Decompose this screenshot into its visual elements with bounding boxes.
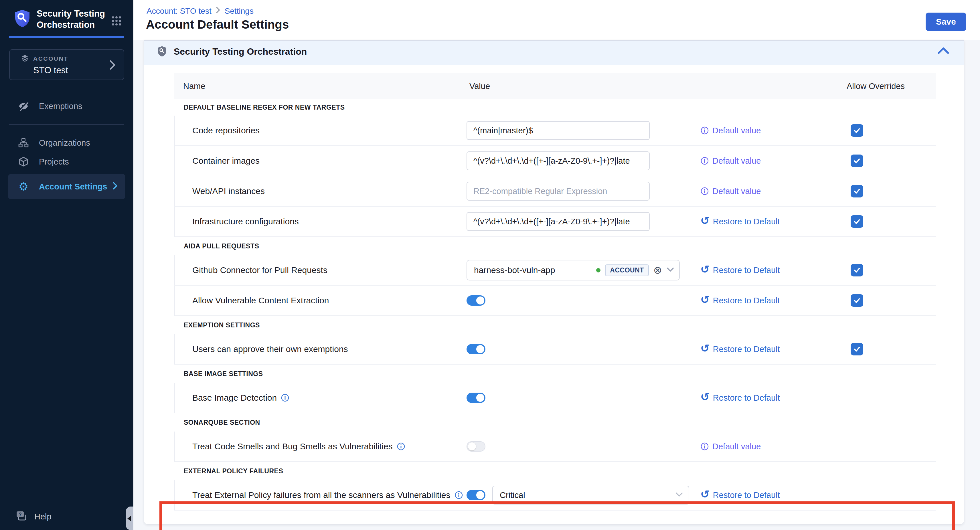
- github-connector-field[interactable]: harness-bot-vuln-app ACCOUNT ⊗: [466, 260, 680, 280]
- gear-icon: ⚙: [17, 181, 30, 192]
- link-label: Restore to Default: [713, 296, 780, 306]
- save-button[interactable]: Save: [926, 13, 966, 31]
- connector-scope-tag: ACCOUNT: [605, 264, 649, 276]
- breadcrumb-settings-link[interactable]: Settings: [225, 6, 254, 16]
- main-content: Account: STO test Settings Account Defau…: [134, 0, 980, 530]
- sidebar-item-projects[interactable]: Projects: [0, 152, 134, 171]
- base-image-detection-toggle[interactable]: [466, 393, 485, 403]
- chevron-up-icon[interactable]: [938, 47, 949, 56]
- column-header-value: Value: [466, 81, 700, 91]
- account-scope-label: ACCOUNT: [33, 55, 68, 62]
- section-label-base-image-settings: BASE IMAGE SETTINGS: [174, 364, 936, 383]
- allow-overrides-checkbox[interactable]: [851, 264, 863, 277]
- chevron-right-icon: [112, 181, 118, 192]
- restore-to-default-link[interactable]: ↺ Restore to Default: [700, 295, 847, 306]
- vulnerable-content-extraction-toggle[interactable]: [466, 295, 485, 306]
- breadcrumb-account-link[interactable]: Account: STO test: [146, 6, 212, 16]
- sidebar-item-exemptions[interactable]: Exemptions: [0, 97, 134, 116]
- sidebar-item-organizations[interactable]: Organizations: [0, 134, 134, 152]
- restore-to-default-link[interactable]: ↺ Restore to Default: [700, 265, 847, 275]
- allow-overrides-checkbox[interactable]: [851, 124, 863, 137]
- allow-overrides-checkbox[interactable]: [851, 294, 863, 307]
- setting-label: Base Image Detection: [192, 393, 277, 403]
- account-scope-selector[interactable]: ACCOUNT STO test: [9, 49, 124, 80]
- external-policy-failures-toggle[interactable]: [466, 490, 485, 500]
- setting-label: Treat Code Smells and Bug Smells as Vuln…: [192, 442, 393, 451]
- severity-dropdown[interactable]: Critical: [492, 485, 689, 505]
- module-grid-icon[interactable]: [110, 15, 123, 28]
- breadcrumb-chevron-icon: [216, 6, 221, 16]
- chevron-down-icon[interactable]: [667, 267, 674, 273]
- shield-search-icon: [157, 45, 167, 59]
- link-label: Restore to Default: [713, 217, 780, 226]
- sto-settings-panel-header[interactable]: Security Testing Orchestration: [144, 40, 964, 65]
- collapse-left-arrow-icon: [127, 516, 131, 521]
- setting-label: Users can approve their own exemptions: [175, 344, 466, 354]
- allow-overrides-checkbox[interactable]: [851, 154, 863, 167]
- link-label: Restore to Default: [713, 345, 780, 354]
- link-label: Restore to Default: [713, 393, 780, 403]
- link-label: Restore to Default: [713, 266, 780, 275]
- info-icon[interactable]: [397, 442, 405, 451]
- sidebar-item-label: Exemptions: [39, 102, 83, 111]
- default-value-link[interactable]: Default value: [700, 156, 847, 166]
- sidebar-divider: [9, 124, 124, 125]
- info-icon[interactable]: [281, 393, 290, 402]
- sto-shield-logo-icon: [13, 9, 32, 30]
- code-repositories-regex-input[interactable]: [466, 121, 650, 140]
- code-smells-toggle[interactable]: [466, 441, 485, 452]
- setting-label: Web/API instances: [175, 186, 466, 196]
- settings-table: Name Value Allow Overrides DEFAULT BASEL…: [174, 73, 936, 511]
- account-name: STO test: [33, 65, 68, 76]
- connector-value: harness-bot-vuln-app: [474, 265, 592, 275]
- container-images-regex-input[interactable]: [466, 151, 650, 170]
- restore-to-default-link[interactable]: ↺ Restore to Default: [700, 490, 847, 501]
- default-value-link[interactable]: Default value: [700, 186, 847, 196]
- setting-label: Treat External Policy failures from all …: [192, 490, 450, 500]
- info-icon[interactable]: [455, 491, 463, 500]
- sidebar-collapse-handle[interactable]: [126, 506, 134, 530]
- sidebar-item-label: Account Settings: [39, 182, 107, 191]
- setting-label: Container images: [175, 156, 466, 166]
- chevron-right-icon: [109, 59, 116, 72]
- connector-status-dot: [596, 268, 600, 272]
- table-row: Web/API instances Default value: [174, 176, 936, 207]
- table-row: Users can approve their own exemptions ↺…: [174, 334, 936, 364]
- default-value-link[interactable]: Default value: [700, 442, 847, 451]
- restore-to-default-link[interactable]: ↺ Restore to Default: [700, 216, 847, 227]
- sidebar-item-help[interactable]: ? Help: [0, 507, 51, 526]
- approve-own-exemptions-toggle[interactable]: [466, 344, 485, 354]
- restore-icon: ↺: [700, 343, 710, 354]
- svg-text:?: ?: [19, 512, 22, 517]
- link-label: Default value: [713, 442, 761, 451]
- settings-card: Security Testing Orchestration Name Valu…: [144, 40, 964, 524]
- restore-to-default-link[interactable]: ↺ Restore to Default: [700, 392, 847, 403]
- sidebar-item-label: Organizations: [39, 138, 90, 148]
- allow-overrides-checkbox[interactable]: [851, 343, 863, 355]
- allow-overrides-checkbox[interactable]: [851, 185, 863, 197]
- table-row: Treat External Policy failures from all …: [174, 480, 936, 511]
- sidebar-item-account-settings[interactable]: ⚙ Account Settings: [8, 174, 126, 199]
- page-title: Account Default Settings: [146, 18, 289, 32]
- allow-overrides-checkbox[interactable]: [851, 215, 863, 228]
- table-row: Code repositories Default value: [174, 116, 936, 146]
- web-api-instances-regex-input[interactable]: [466, 182, 650, 201]
- clear-connector-icon[interactable]: ⊗: [654, 265, 662, 275]
- column-header-name: Name: [174, 81, 466, 91]
- severity-dropdown-value: Critical: [500, 490, 676, 500]
- help-label: Help: [34, 512, 51, 521]
- restore-icon: ↺: [700, 489, 710, 500]
- link-label: Default value: [713, 126, 761, 135]
- default-value-link[interactable]: Default value: [700, 126, 847, 135]
- section-label-external-policy-failures: EXTERNAL POLICY FAILURES: [174, 462, 936, 480]
- infrastructure-config-regex-input[interactable]: [466, 212, 650, 231]
- org-chart-icon: [17, 137, 30, 148]
- help-chat-icon: ?: [16, 510, 27, 524]
- table-row: Base Image Detection ↺ Restore to Defaul…: [174, 383, 936, 413]
- layers-icon: [21, 54, 29, 64]
- setting-label: Github Connector for Pull Requests: [175, 265, 466, 275]
- restore-to-default-link[interactable]: ↺ Restore to Default: [700, 344, 847, 355]
- chevron-down-icon: [676, 492, 683, 498]
- column-header-allow-overrides: Allow Overrides: [846, 81, 936, 91]
- sidebar-header: Security Testing Orchestration: [0, 0, 134, 38]
